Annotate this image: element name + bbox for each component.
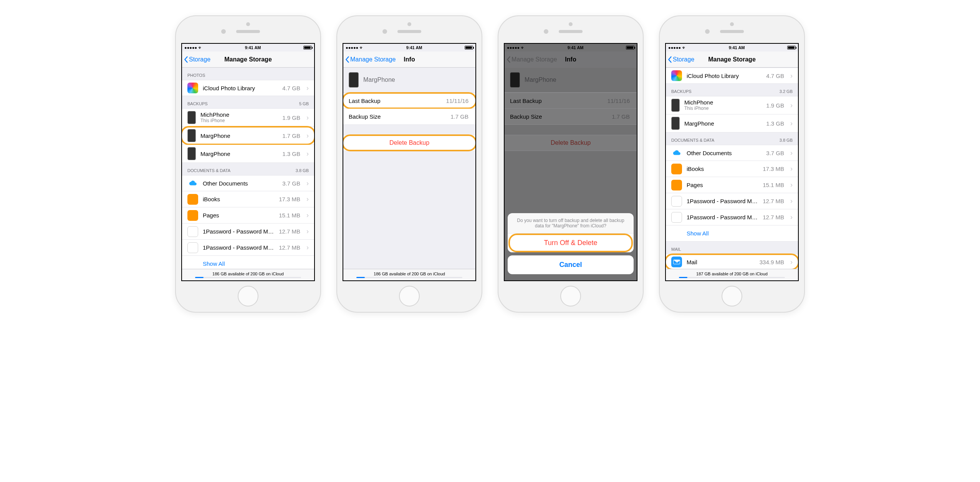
- chevron-right-icon: ›: [790, 197, 793, 205]
- row-backup-margphone-2[interactable]: MargPhone 1.3 GB ›: [182, 145, 314, 163]
- chevron-right-icon: ›: [306, 243, 309, 252]
- row-backup-margphone[interactable]: MargPhone 1.3 GB ›: [666, 114, 798, 133]
- row-backup-size: Backup Size 1.7 GB: [343, 109, 475, 125]
- section-header-docs: DOCUMENTS & DATA3.8 GB: [666, 133, 798, 145]
- back-button[interactable]: Manage Storage: [343, 56, 396, 63]
- cloud-icon: [187, 178, 198, 189]
- row-mail[interactable]: Mail 334.9 MB ›: [666, 254, 798, 269]
- onepassword-icon: [671, 212, 682, 223]
- screen-delete-confirm: ●●●●●ᯤ 9:41 AM Manage Storage Info MargP…: [504, 43, 637, 281]
- cancel-button[interactable]: Cancel: [508, 255, 634, 274]
- storage-footer: 186 GB available of 200 GB on iCloud: [343, 269, 475, 280]
- chevron-right-icon: ›: [790, 258, 793, 266]
- device-icon: [349, 72, 359, 88]
- content: MargPhone Last Backup 11/11/16 Backup Si…: [343, 68, 475, 269]
- ibooks-icon: [187, 194, 198, 205]
- device-icon: [671, 117, 680, 130]
- chevron-left-icon: [184, 56, 188, 63]
- sheet-message: Do you want to turn off backup and delet…: [508, 213, 634, 234]
- chevron-left-icon: [345, 56, 349, 63]
- wifi-icon: ᯤ: [682, 45, 686, 50]
- chevron-right-icon: ›: [306, 179, 309, 187]
- show-all-button[interactable]: Show All: [666, 225, 798, 242]
- device-icon: [671, 99, 680, 112]
- chevron-right-icon: ›: [306, 150, 309, 158]
- turn-off-delete-button[interactable]: Turn Off & Delete: [508, 234, 634, 252]
- nav-title: Info: [404, 56, 415, 63]
- onepassword-icon: [187, 226, 198, 237]
- section-header-backups: BACKUPS3.2 GB: [666, 84, 798, 96]
- home-button[interactable]: [722, 286, 742, 306]
- back-button[interactable]: Storage: [182, 56, 210, 63]
- chevron-right-icon: ›: [790, 165, 793, 173]
- section-header-photos: PHOTOS: [182, 68, 314, 80]
- chevron-right-icon: ›: [306, 84, 309, 92]
- chevron-right-icon: ›: [790, 181, 793, 189]
- chevron-right-icon: ›: [790, 213, 793, 221]
- home-button[interactable]: [560, 286, 581, 306]
- photos-icon: [671, 70, 682, 81]
- content: PHOTOS iCloud Photo Library 4.7 GB › BAC…: [182, 68, 314, 269]
- show-all-button[interactable]: Show All: [182, 256, 314, 269]
- row-doc-1pw-b[interactable]: 1Password - Password Manager an... 12.7 …: [666, 209, 798, 225]
- section-header-mail: MAIL: [666, 242, 798, 254]
- device-header: MargPhone: [343, 68, 475, 93]
- device-icon: [187, 111, 196, 124]
- row-icloud-photo-library[interactable]: iCloud Photo Library 4.7 GB ›: [182, 80, 314, 96]
- status-bar: ●●●●●ᯤ 9:41 AM: [182, 44, 314, 51]
- home-button[interactable]: [238, 286, 258, 306]
- row-backup-michphone[interactable]: MichPhone This iPhone 1.9 GB ›: [666, 96, 798, 114]
- chevron-right-icon: ›: [790, 149, 793, 157]
- chevron-right-icon: ›: [306, 195, 309, 203]
- nav-title: Manage Storage: [708, 56, 756, 63]
- device-icon: [187, 129, 196, 142]
- phone-3: ●●●●●ᯤ 9:41 AM Manage Storage Info MargP…: [498, 15, 644, 313]
- storage-footer: 187 GB available of 200 GB on iCloud: [666, 269, 798, 280]
- row-doc-1pw-b[interactable]: 1Password - Password Manager an... 12.7 …: [182, 240, 314, 256]
- back-button[interactable]: Storage: [666, 56, 694, 63]
- row-icloud-photo-library[interactable]: iCloud Photo Library 4.7 GB ›: [666, 68, 798, 84]
- row-doc-1pw-a[interactable]: 1Password - Password Manager an... 12.7 …: [666, 193, 798, 209]
- wifi-icon: ᯤ: [359, 45, 364, 50]
- status-bar: ●●●●●ᯤ 9:41 AM: [666, 44, 798, 51]
- nav-bar: Manage Storage Info: [343, 51, 475, 68]
- delete-backup-button[interactable]: Delete Backup: [343, 135, 475, 151]
- battery-icon: [303, 46, 312, 50]
- chevron-right-icon: ›: [790, 101, 793, 109]
- device-icon: [187, 147, 196, 160]
- row-backup-michphone[interactable]: MichPhone This iPhone 1.9 GB ›: [182, 108, 314, 127]
- row-doc-other[interactable]: Other Documents 3.7 GB ›: [182, 175, 314, 191]
- battery-icon: [465, 46, 473, 50]
- content: iCloud Photo Library 4.7 GB › BACKUPS3.2…: [666, 68, 798, 269]
- chevron-left-icon: [667, 56, 672, 63]
- row-doc-other[interactable]: Other Documents 3.7 GB ›: [666, 145, 798, 161]
- row-last-backup: Last Backup 11/11/16: [343, 93, 475, 109]
- cloud-icon: [671, 147, 682, 158]
- chevron-right-icon: ›: [306, 227, 309, 235]
- nav-bar: Storage Manage Storage: [666, 51, 798, 68]
- row-doc-ibooks[interactable]: iBooks 17.3 MB ›: [182, 191, 314, 207]
- battery-icon: [787, 46, 796, 50]
- status-bar: ●●●●●ᯤ 9:41 AM: [343, 44, 475, 51]
- status-time: 9:41 AM: [406, 45, 422, 50]
- storage-footer: 186 GB available of 200 GB on iCloud: [182, 269, 314, 280]
- row-doc-1pw-a[interactable]: 1Password - Password Manager an... 12.7 …: [182, 224, 314, 240]
- chevron-right-icon: ›: [306, 211, 309, 219]
- screen-backup-info: ●●●●●ᯤ 9:41 AM Manage Storage Info MargP…: [343, 43, 476, 281]
- screen-manage-storage: ●●●●●ᯤ 9:41 AM Storage Manage Storage PH…: [181, 43, 315, 281]
- row-doc-pages[interactable]: Pages 15.1 MB ›: [666, 177, 798, 193]
- home-button[interactable]: [399, 286, 420, 306]
- status-time: 9:41 AM: [729, 45, 745, 50]
- status-time: 9:41 AM: [245, 45, 261, 50]
- section-header-backups: BACKUPS5 GB: [182, 96, 314, 108]
- photos-icon: [187, 83, 198, 93]
- section-header-docs: DOCUMENTS & DATA3.8 GB: [182, 163, 314, 175]
- chevron-right-icon: ›: [306, 114, 309, 122]
- nav-title: Manage Storage: [224, 56, 272, 63]
- ibooks-icon: [671, 164, 682, 174]
- row-backup-margphone-1[interactable]: MargPhone 1.7 GB ›: [182, 127, 314, 145]
- onepassword-icon: [187, 242, 198, 253]
- row-doc-pages[interactable]: Pages 15.1 MB ›: [182, 207, 314, 224]
- nav-bar: Storage Manage Storage: [182, 51, 314, 68]
- row-doc-ibooks[interactable]: iBooks 17.3 MB ›: [666, 161, 798, 177]
